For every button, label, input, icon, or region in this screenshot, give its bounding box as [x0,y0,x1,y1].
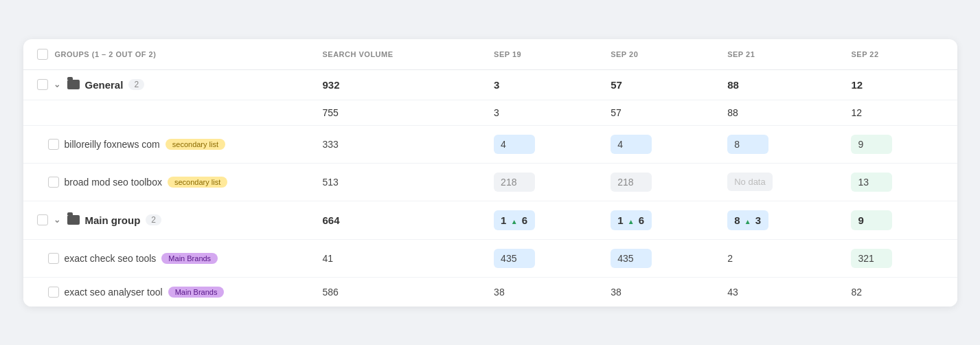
sep21-cell: 8 ▲ 3 [716,201,840,239]
cell-value: 1 ▲ 6 [494,210,535,230]
keyword-checkbox[interactable] [48,253,59,264]
col-sep19: SEP 19 [483,39,600,70]
sep21-cell: No data [716,163,840,201]
sep22-cell: 9 [840,201,957,239]
cell-value: 4 [611,135,652,154]
keyword-label-cell: exact seo analyser tool Main Brands [23,277,312,307]
keyword-name: exact seo analyser tool [65,287,163,298]
keyword-name: billoreilly foxnews com [65,139,160,150]
cell-value: 13 [851,172,892,192]
keyword-name: broad mod seo toolbox [65,177,162,188]
subgroup-label-cell: ⌄ Main group 2 [23,201,312,239]
keyword-row: exact seo analyser tool Main Brands 586 … [23,277,957,307]
sep22-cell: 12 [840,69,957,100]
group-checkbox[interactable] [37,79,48,90]
sep20-cell: 218 [600,163,716,201]
cell-value: 9 [851,210,892,230]
cell-value: 321 [851,249,892,268]
sep19-cell: 3 [483,69,600,100]
search-volume: 333 [312,125,483,163]
chevron-icon[interactable]: ⌄ [54,80,60,89]
subrow-label-cell [23,100,312,125]
folder-icon [67,80,80,89]
cell-value: 9 [851,135,892,154]
subgroup-checkbox[interactable] [37,214,48,225]
cell-value: 4 [494,135,535,154]
sep19-cell: 1 ▲ 6 [483,201,600,239]
search-volume: 513 [312,163,483,201]
sep20-cell: 4 [600,125,716,163]
keyword-badge: secondary list [166,139,225,150]
group-subrow: 755 3 57 88 12 [23,100,957,125]
sep19-cell: 4 [483,125,600,163]
col-sep21: SEP 21 [716,39,840,70]
cell-value: 435 [611,249,652,268]
cell-value: 38 [494,287,505,298]
cell-value: 1 ▲ 6 [611,210,652,230]
trend-up-icon: ▲ [628,218,635,225]
sep20-cell: 57 [600,69,716,100]
sep22-cell: 13 [840,163,957,201]
cell-value: 82 [851,287,862,298]
search-volume: 932 [312,69,483,100]
search-volume: 41 [312,239,483,277]
sep22-cell: 9 [840,125,957,163]
keyword-row: broad mod seo toolbox secondary list 513… [23,163,957,201]
sep21-cell: 43 [716,277,840,307]
groups-header-label: GROUPS (1 – 2 OUT OF 2) [55,50,157,58]
group-label-cell: ⌄ General 2 [23,69,312,100]
keyword-badge: Main Brands [161,253,218,264]
search-volume: 755 [312,100,483,125]
cell-value: 218 [611,172,652,192]
subgroup-count-badge: 2 [146,214,161,225]
keyword-row: exact check seo tools Main Brands 41 435… [23,239,957,277]
chevron-icon[interactable]: ⌄ [54,215,60,225]
group-header-row: ⌄ General 2 932 3 57 88 12 [23,69,957,100]
cell-value: 43 [727,287,738,298]
sep21-cell: 2 [716,239,840,277]
select-all-checkbox[interactable] [37,49,48,60]
main-table-container: GROUPS (1 – 2 OUT OF 2) SEARCH VOLUME SE… [23,39,957,307]
keyword-badge: Main Brands [168,287,225,298]
trend-up-icon: ▲ [511,218,518,225]
keyword-label-cell: exact check seo tools Main Brands [23,239,312,277]
cell-value: 38 [611,287,622,298]
sep22-cell: 321 [840,239,957,277]
sep21-cell: 88 [716,100,840,125]
keyword-row: billoreilly foxnews com secondary list 3… [23,125,957,163]
sep19-cell: 435 [483,239,600,277]
subgroup-header-row: ⌄ Main group 2 664 1 ▲ 6 1 ▲ 6 8 ▲ 3 9 [23,201,957,239]
col-sep22: SEP 22 [840,39,957,70]
keyword-checkbox[interactable] [48,139,59,150]
cell-value: 2 [727,253,733,264]
sep21-cell: 88 [716,69,840,100]
search-volume: 586 [312,277,483,307]
subgroup-name: Main group [85,214,141,226]
cell-value: 8 [727,135,768,154]
sep22-cell: 82 [840,277,957,307]
cell-nodata: No data [727,172,773,191]
sep20-cell: 1 ▲ 6 [600,201,716,239]
keyword-checkbox[interactable] [48,287,59,298]
keyword-checkbox[interactable] [48,177,59,188]
folder-icon [67,215,80,225]
group-count-badge: 2 [128,79,144,90]
col-sep20: SEP 20 [600,39,716,70]
search-volume: 664 [312,201,483,239]
sep19-cell: 3 [483,100,600,125]
sep20-cell: 38 [600,277,716,307]
col-search-volume: SEARCH VOLUME [312,39,483,70]
keyword-label-cell: broad mod seo toolbox secondary list [23,163,312,201]
group-name: General [85,79,124,91]
cell-value: 218 [494,172,535,192]
sep22-cell: 12 [840,100,957,125]
cell-value: 435 [494,249,535,268]
trend-up-icon: ▲ [744,218,751,225]
sep20-cell: 435 [600,239,716,277]
sep19-cell: 218 [483,163,600,201]
sep20-cell: 57 [600,100,716,125]
keyword-name: exact check seo tools [65,253,157,264]
cell-value: 8 ▲ 3 [727,210,768,230]
keyword-badge: secondary list [168,177,227,188]
sep19-cell: 38 [483,277,600,307]
